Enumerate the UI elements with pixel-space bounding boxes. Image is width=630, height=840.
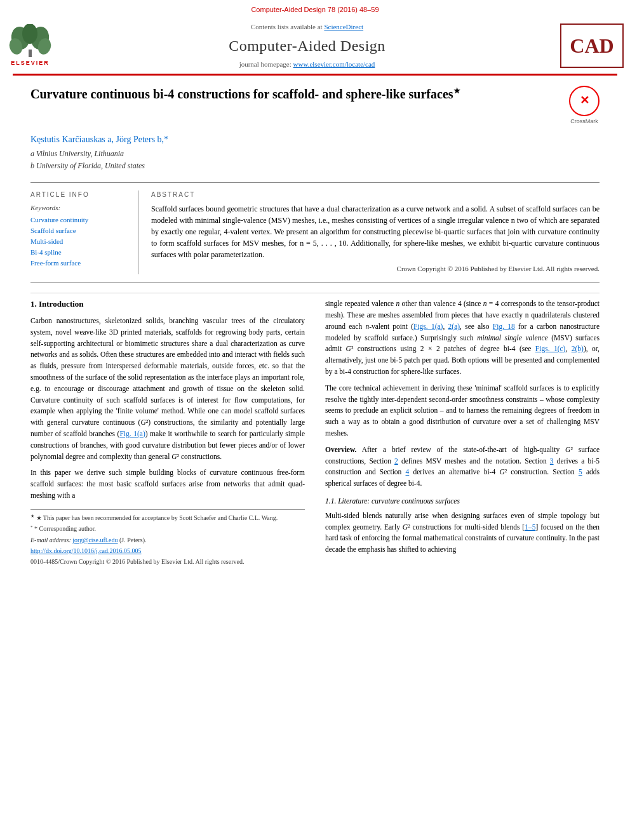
footnote-email: E-mail address: jorg@cise.ufl.edu (J. Pe… — [30, 536, 305, 545]
article-info-abstract: ARTICLE INFO Keywords: Curvature continu… — [30, 182, 600, 283]
article-title-section: Curvature continuous bi-4 constructions … — [30, 86, 600, 126]
title-footnote-marker: ★ — [453, 86, 460, 95]
cad-logo: CAD — [560, 23, 624, 68]
right-paragraph-3: Overview. After a brief review of the st… — [325, 444, 600, 490]
figs2b-link[interactable]: 2(b) — [572, 345, 584, 352]
affiliation-b: b University of Florida, United states — [30, 161, 600, 171]
footnote-area: ★ ★ This paper has been recommended for … — [30, 509, 305, 566]
crossmark-area: ✕ CrossMark — [569, 86, 600, 126]
journal-main-title: Computer-Aided Design — [54, 35, 560, 57]
journal-header: Computer-Aided Design 78 (2016) 48–59 EL… — [0, 0, 630, 76]
elsevier-tree-icon — [6, 24, 54, 59]
left-column: 1. Introduction Carbon nanostructures, s… — [30, 298, 310, 568]
keyword-5[interactable]: Free-form surface — [30, 258, 130, 269]
article-info-panel: ARTICLE INFO Keywords: Curvature continu… — [30, 190, 138, 274]
section4-link[interactable]: 4 — [406, 468, 410, 476]
author-karcciauskas[interactable]: Kęstutis Karčiauskas a, Jörg Peters b,* — [30, 135, 168, 144]
article-title-text: Curvature continuous bi-4 constructions … — [30, 87, 453, 101]
section-1-title: 1. Introduction — [30, 298, 305, 310]
figs1c-link[interactable]: Figs. 1(c) — [535, 345, 566, 352]
crossmark-label: CrossMark — [570, 117, 598, 126]
crossmark-x-icon: ✕ — [580, 92, 589, 109]
fig18-link[interactable]: Fig. 18 — [493, 323, 515, 330]
cad-logo-text: CAD — [570, 31, 613, 60]
keyword-3[interactable]: Multi-sided — [30, 237, 130, 247]
section2-link[interactable]: 2 — [394, 457, 398, 465]
elsevier-logo: ELSEVIER — [6, 24, 54, 67]
footnote-copyright: 0010-4485/Crown Copyright © 2016 Publish… — [30, 557, 305, 566]
footnote-doi: http://dx.doi.org/10.1016/j.cad.2016.05.… — [30, 547, 305, 556]
footnote-2: * * Corresponding author. — [30, 524, 305, 533]
keyword-2[interactable]: Scaffold surface — [30, 226, 130, 236]
figs2a-link[interactable]: 2(a) — [448, 323, 460, 330]
elsevier-wordmark: ELSEVIER — [11, 59, 50, 67]
email-link[interactable]: jorg@cise.ufl.edu — [72, 537, 117, 543]
intro-paragraph-1: Carbon nanostructures, skeletonized soli… — [30, 316, 305, 463]
section5-link[interactable]: 5 — [579, 468, 582, 476]
right-paragraph-2: The core technical achievement in derivi… — [325, 383, 600, 439]
authors-line: Kęstutis Karčiauskas a, Jörg Peters b,* — [30, 133, 600, 146]
journal-homepage: journal homepage: www.elsevier.com/locat… — [54, 60, 560, 70]
journal-citation-link[interactable]: Computer-Aided Design 78 (2016) 48–59 — [251, 6, 379, 13]
intro-paragraph-2: In this paper we derive such simple buil… — [30, 467, 305, 501]
svg-rect-0 — [29, 50, 32, 57]
figs1a-link[interactable]: Figs. 1(a) — [413, 323, 443, 330]
crossmark-badge[interactable]: ✕ — [569, 86, 600, 116]
subsection-1-1-text: Multi-sided blends naturally arise when … — [325, 510, 600, 556]
right-paragraph-1: single repeated valence n other than val… — [325, 298, 600, 378]
fig1a-link[interactable]: Fig. 1(a) — [119, 430, 145, 437]
svg-point-3 — [22, 24, 37, 44]
main-body: 1. Introduction Carbon nanostructures, s… — [30, 293, 600, 568]
abstract-panel: ABSTRACT Scaffold surfaces bound geometr… — [151, 190, 600, 274]
right-column: single repeated valence n other than val… — [320, 298, 600, 568]
subsection-1-1-title: 1.1. Literature: curvature continuous su… — [325, 496, 600, 507]
article-title: Curvature continuous bi-4 constructions … — [30, 86, 569, 102]
homepage-link[interactable]: www.elsevier.com/locate/cad — [293, 60, 375, 68]
abstract-heading: ABSTRACT — [151, 190, 600, 200]
section3-link[interactable]: 3 — [550, 457, 554, 465]
keyword-1[interactable]: Curvature continuity — [30, 215, 130, 225]
ref1-5-link[interactable]: 1–5 — [525, 523, 535, 531]
footnote-1: ★ ★ This paper has been recommended for … — [30, 514, 305, 523]
journal-title-area: Contents lists available at ScienceDirec… — [54, 22, 560, 70]
keyword-4[interactable]: Bi-4 spline — [30, 248, 130, 258]
abstract-text: Scaffold surfaces bound geometric struct… — [151, 203, 600, 260]
copyright-line: Crown Copyright © 2016 Published by Else… — [151, 264, 600, 274]
affiliation-a: a Vilnius University, Lithuania — [30, 149, 600, 159]
article-info-heading: ARTICLE INFO — [30, 190, 130, 200]
contents-available: Contents lists available at ScienceDirec… — [54, 22, 560, 32]
doi-link[interactable]: http://dx.doi.org/10.1016/j.cad.2016.05.… — [30, 547, 142, 554]
sciencedirect-link[interactable]: ScienceDirect — [324, 23, 363, 30]
keywords-label: Keywords: — [30, 203, 130, 213]
